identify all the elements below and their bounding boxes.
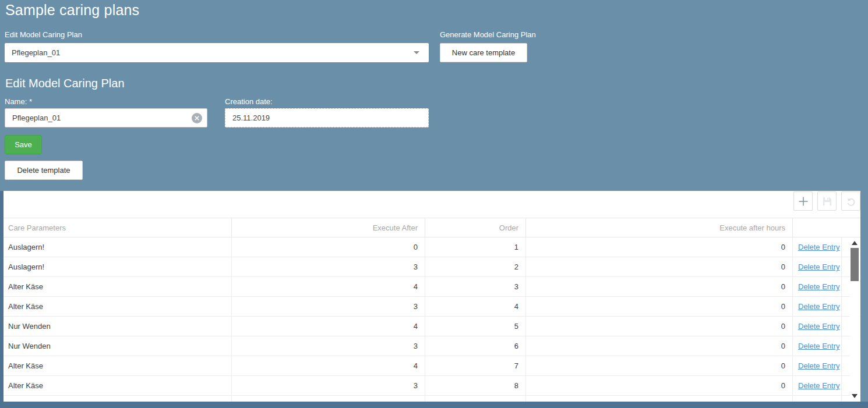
- grid-toolbar: [793, 191, 860, 211]
- col-header-actions: [793, 218, 860, 237]
- grid-body: Auslagern! 0 1 0 Delete Entry Auslagern!…: [3, 237, 860, 402]
- grid-header: Care Parameters Execute After Order Exec…: [3, 218, 860, 237]
- cell-order: 7: [425, 356, 526, 375]
- undo-button[interactable]: [841, 191, 860, 211]
- frame-left-edge: [0, 191, 3, 402]
- scrollbar-thumb[interactable]: [851, 248, 859, 281]
- delete-entry-link[interactable]: Delete Entry: [798, 322, 840, 331]
- new-care-template-button[interactable]: New care template: [440, 43, 527, 62]
- table-row: Alter Käse 3 4 0 Delete Entry: [3, 297, 860, 317]
- save-button[interactable]: Save: [5, 135, 42, 154]
- undo-icon: [846, 196, 856, 207]
- cell-care-parameter: Nur Wenden: [3, 317, 232, 336]
- table-row: Alter Käse 3 8 0 Delete Entry: [3, 376, 860, 396]
- clear-icon-glyph: [192, 113, 202, 123]
- table-row: Alter Käse 4 7 0 Delete Entry: [3, 356, 860, 376]
- cell-execute-after-hours: 0: [526, 277, 793, 296]
- page-title: Sample caring plans: [5, 2, 139, 19]
- delete-entry-link[interactable]: Delete Entry: [798, 262, 840, 271]
- col-header-care-parameters[interactable]: Care Parameters: [3, 218, 232, 237]
- cell-care-parameter: Auslagern!: [3, 237, 232, 257]
- cell-execute-after: 0: [232, 237, 425, 257]
- cell-care-parameter: [3, 396, 232, 402]
- cell-execute-after: 3: [232, 297, 425, 316]
- care-parameters-grid: Care Parameters Execute After Order Exec…: [3, 191, 860, 402]
- cell-care-parameter: Alter Käse: [3, 356, 232, 375]
- cell-care-parameter: Auslagern!: [3, 257, 232, 276]
- plan-select-label: Edit Model Caring Plan: [5, 30, 82, 39]
- table-row: Auslagern! 0 1 0 Delete Entry: [3, 237, 860, 257]
- cell-order: 8: [425, 376, 526, 395]
- vertical-scrollbar[interactable]: [850, 237, 860, 402]
- cell-execute-after: 4: [232, 277, 425, 296]
- scroll-up-icon[interactable]: [852, 241, 858, 245]
- cell-execute-after-hours: 0: [526, 237, 793, 257]
- name-input[interactable]: [5, 108, 207, 127]
- table-row: Nur Wenden 3 6 0 Delete Entry: [3, 336, 860, 356]
- scroll-down-icon[interactable]: [852, 394, 858, 398]
- delete-entry-link[interactable]: Delete Entry: [798, 361, 840, 370]
- cell-execute-after-hours: 0: [526, 257, 793, 276]
- delete-template-button[interactable]: Delete template: [5, 161, 83, 180]
- delete-entry-link[interactable]: Delete Entry: [798, 243, 840, 251]
- cell-order: [425, 396, 526, 402]
- cell-execute-after-hours: 0: [526, 297, 793, 316]
- add-row-button[interactable]: [793, 191, 813, 211]
- cell-execute-after: [232, 396, 425, 402]
- cell-order: 6: [425, 336, 526, 356]
- delete-entry-link[interactable]: Delete Entry: [798, 381, 840, 390]
- save-icon: [823, 197, 832, 206]
- chevron-down-icon: [414, 51, 419, 54]
- cell-execute-after-hours: 0: [526, 317, 793, 336]
- cell-execute-after: 4: [232, 356, 425, 375]
- add-icon: [798, 196, 809, 207]
- name-label: Name: *: [5, 97, 32, 106]
- col-header-order[interactable]: Order: [425, 218, 526, 237]
- cell-care-parameter: Alter Käse: [3, 376, 232, 395]
- table-row: Alter Käse 4 3 0 Delete Entry: [3, 277, 860, 297]
- frame-bottom-edge: [0, 402, 868, 408]
- cell-execute-after: 3: [232, 376, 425, 395]
- cell-execute-after: 4: [232, 317, 425, 336]
- cell-execute-after-hours: 0: [526, 356, 793, 375]
- cell-execute-after: 3: [232, 257, 425, 276]
- cell-execute-after-hours: 0: [526, 376, 793, 395]
- cell-order: 2: [425, 257, 526, 276]
- cell-execute-after-hours: 0: [526, 336, 793, 356]
- creation-date-input[interactable]: [225, 108, 429, 127]
- cell-care-parameter: Alter Käse: [3, 277, 232, 296]
- save-grid-button[interactable]: [817, 191, 837, 211]
- cell-order: 3: [425, 277, 526, 296]
- cell-care-parameter: Nur Wenden: [3, 336, 232, 356]
- delete-entry-link[interactable]: Delete Entry: [798, 282, 840, 291]
- creation-date-label: Creation date:: [225, 97, 273, 106]
- page: Sample caring plans Edit Model Caring Pl…: [0, 0, 868, 408]
- table-row: Auslagern! 3 2 0 Delete Entry: [3, 257, 860, 277]
- table-row: Nur Wenden 4 5 0 Delete Entry: [3, 317, 860, 336]
- col-header-execute-after-hours[interactable]: Execute after hours: [526, 218, 793, 237]
- cell-order: 1: [425, 237, 526, 257]
- plan-select-value: Pflegeplan_01: [12, 48, 60, 57]
- delete-entry-link[interactable]: Delete Entry: [798, 302, 840, 311]
- section-heading: Edit Model Caring Plan: [5, 77, 125, 90]
- cell-order: 4: [425, 297, 526, 316]
- plan-select[interactable]: Pflegeplan_01: [5, 43, 429, 62]
- cell-execute-after: 3: [232, 336, 425, 356]
- delete-entry-link[interactable]: Delete Entry: [798, 342, 840, 350]
- cell-care-parameter: Alter Käse: [3, 297, 232, 316]
- generate-plan-label: Generate Model Caring Plan: [440, 30, 536, 39]
- table-row: [3, 396, 860, 402]
- col-header-execute-after[interactable]: Execute After: [232, 218, 425, 237]
- cell-execute-after-hours: [526, 396, 793, 402]
- cell-order: 5: [425, 317, 526, 336]
- clear-input-icon[interactable]: [192, 113, 202, 123]
